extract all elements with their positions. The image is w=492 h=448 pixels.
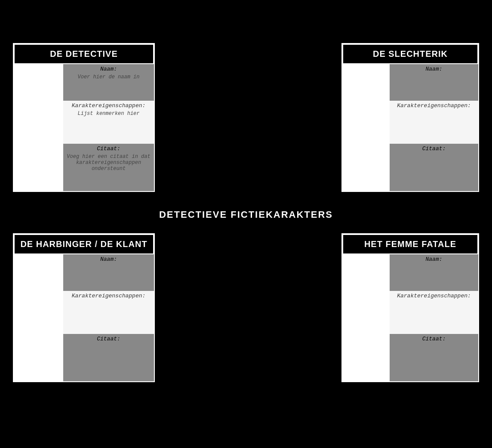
- detective-photo-name: [14, 64, 63, 101]
- detective-name-label: Naam:: [100, 66, 117, 72]
- harbinger-traits-row: Karaktereigenschappen:: [14, 291, 154, 334]
- femme-fatale-body: Naam: Karaktereigenschappen: Citaat:: [342, 254, 478, 381]
- slechterik-card: DE SLECHTERIK Naam: Karaktereigenschappe…: [341, 43, 479, 192]
- harbinger-quote-label: Citaat:: [97, 336, 120, 342]
- slechterik-photo-quote: [342, 144, 390, 191]
- center-title: DETECTIEVE FICTIEKARAKTERS: [13, 209, 479, 220]
- detective-photo-traits: [14, 101, 63, 144]
- bottom-row: DE HARBINGER / DE KLANT Naam: Karakterei…: [13, 233, 479, 382]
- femme-fatale-quote-field: Citaat:: [390, 334, 478, 381]
- detective-traits-field: Karaktereigenschappen: Lijst kenmerken h…: [63, 101, 154, 144]
- femme-fatale-name-row: Naam:: [342, 254, 478, 291]
- femme-fatale-name-field: Naam:: [390, 254, 478, 291]
- femme-fatale-traits-label: Karaktereigenschappen:: [397, 293, 471, 299]
- detective-traits-placeholder: Lijst kenmerken hier: [77, 111, 139, 117]
- femme-fatale-quote-label: Citaat:: [422, 336, 446, 342]
- detective-quote-row: Citaat: Voeg hier een citaat in dat kara…: [14, 144, 154, 191]
- harbinger-card: DE HARBINGER / DE KLANT Naam: Karakterei…: [13, 233, 155, 382]
- detective-traits-label: Karaktereigenschappen:: [72, 102, 146, 109]
- slechterik-name-field: Naam:: [390, 64, 478, 101]
- femme-fatale-photo-traits: [342, 291, 390, 334]
- slechterik-body: Naam: Karaktereigenschappen: Citaat:: [342, 64, 478, 191]
- detective-quote-label: Citaat:: [97, 145, 120, 152]
- slechterik-quote-row: Citaat:: [342, 144, 478, 191]
- slechterik-traits-label: Karaktereigenschappen:: [397, 102, 471, 109]
- slechterik-title: DE SLECHTERIK: [342, 44, 478, 64]
- detective-quote-field: Citaat: Voeg hier een citaat in dat kara…: [63, 144, 154, 191]
- detective-photo-quote: [14, 144, 63, 191]
- harbinger-quote-row: Citaat:: [14, 334, 154, 381]
- detective-body: Naam: Voer hier de naam in Karaktereigen…: [14, 64, 154, 191]
- harbinger-traits-label: Karaktereigenschappen:: [72, 293, 146, 299]
- harbinger-photo-quote: [14, 334, 63, 381]
- harbinger-photo-traits: [14, 291, 63, 334]
- detective-traits-row: Karaktereigenschappen: Lijst kenmerken h…: [14, 101, 154, 144]
- harbinger-traits-field: Karaktereigenschappen:: [63, 291, 154, 334]
- femme-fatale-photo-quote: [342, 334, 390, 381]
- slechterik-quote-field: Citaat:: [390, 144, 478, 191]
- slechterik-name-label: Naam:: [425, 66, 442, 72]
- top-row: DE DETECTIVE Naam: Voer hier de naam in …: [13, 43, 479, 192]
- harbinger-photo-name: [14, 254, 63, 291]
- detective-title: DE DETECTIVE: [14, 44, 154, 64]
- slechterik-photo-name: [342, 64, 390, 101]
- slechterik-photo-traits: [342, 101, 390, 144]
- harbinger-body: Naam: Karaktereigenschappen: Citaat:: [14, 254, 154, 381]
- femme-fatale-traits-field: Karaktereigenschappen:: [390, 291, 478, 334]
- harbinger-quote-field: Citaat:: [63, 334, 154, 381]
- femme-fatale-card: HET FEMME FATALE Naam: Karaktereigenscha…: [341, 233, 479, 382]
- slechterik-traits-row: Karaktereigenschappen:: [342, 101, 478, 144]
- femme-fatale-quote-row: Citaat:: [342, 334, 478, 381]
- femme-fatale-photo-name: [342, 254, 390, 291]
- femme-fatale-name-label: Naam:: [425, 256, 442, 263]
- harbinger-name-label: Naam:: [100, 256, 117, 263]
- detective-quote-placeholder: Voeg hier een citaat in dat karaktereige…: [67, 154, 151, 172]
- femme-fatale-traits-row: Karaktereigenschappen:: [342, 291, 478, 334]
- harbinger-name-row: Naam:: [14, 254, 154, 291]
- detective-card: DE DETECTIVE Naam: Voer hier de naam in …: [13, 43, 155, 192]
- harbinger-title: DE HARBINGER / DE KLANT: [14, 234, 154, 254]
- detective-name-row: Naam: Voer hier de naam in: [14, 64, 154, 101]
- femme-fatale-title: HET FEMME FATALE: [342, 234, 478, 254]
- slechterik-quote-label: Citaat:: [422, 145, 446, 152]
- slechterik-traits-field: Karaktereigenschappen:: [390, 101, 478, 144]
- detective-name-field: Naam: Voer hier de naam in: [63, 64, 154, 101]
- detective-name-placeholder: Voer hier de naam in: [77, 74, 139, 80]
- slechterik-name-row: Naam:: [342, 64, 478, 101]
- harbinger-name-field: Naam:: [63, 254, 154, 291]
- page-container: DE DETECTIVE Naam: Voer hier de naam in …: [0, 0, 492, 408]
